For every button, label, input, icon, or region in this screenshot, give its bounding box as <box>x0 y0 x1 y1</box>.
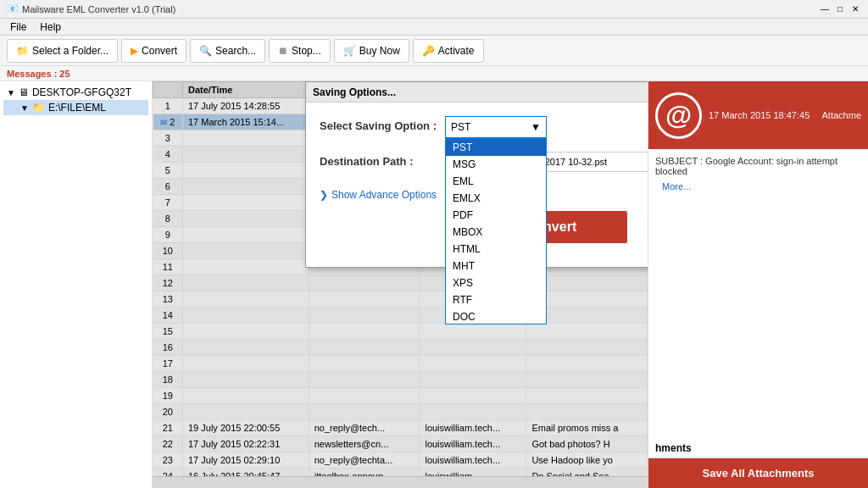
dropdown-option[interactable]: XPS <box>446 274 546 291</box>
dropdown-option[interactable]: EML <box>446 173 546 190</box>
attachments-header-label: Attachme <box>822 110 861 120</box>
menu-help[interactable]: Help <box>33 19 68 35</box>
more-link[interactable]: More... <box>655 180 861 193</box>
stop-button[interactable]: ⏹ Stop... <box>269 39 331 63</box>
close-button[interactable] <box>849 3 861 15</box>
app-icon: 📧 <box>7 3 19 14</box>
dropdown-option[interactable]: RTF <box>446 291 546 308</box>
dropdown-option[interactable]: MBOX <box>446 224 546 241</box>
minimize-button[interactable] <box>819 3 831 15</box>
expand-icon: ▼ <box>7 88 15 97</box>
format-select-wrapper: PST ▼ PSTMSGEMLEMLXPDFMBOXHTMLMHTXPSRTFD… <box>445 116 547 138</box>
play-icon: ▶ <box>131 45 138 57</box>
dropdown-chevron-icon: ▼ <box>531 121 541 133</box>
saving-options-dialog: Saving Options... ✕ Select Saving Option… <box>305 81 648 268</box>
attachments-section-label: hments <box>648 439 868 458</box>
toolbar: 📁 Select a Folder... ▶ Convert 🔍 Search.… <box>0 36 868 66</box>
convert-toolbar-button[interactable]: ▶ Convert <box>121 39 186 63</box>
dropdown-option[interactable]: PST <box>446 139 546 156</box>
expand-icon-eml: ▼ <box>20 103 29 113</box>
buy-now-button[interactable]: 🛒 Buy Now <box>334 39 409 63</box>
folder-icon-eml: 📁 <box>32 102 45 114</box>
title-bar-left: 📧 Mailsware EML Converter v1.0 (Trial) <box>7 3 175 14</box>
stop-icon: ⏹ <box>278 45 288 57</box>
search-button[interactable]: 🔍 Search... <box>190 39 265 63</box>
status-bar: Messages : 25 <box>0 66 868 81</box>
menu-bar: File Help <box>0 19 868 36</box>
messages-count: Messages : 25 <box>7 69 70 79</box>
dropdown-option[interactable]: MSG <box>446 156 546 173</box>
format-select-button[interactable]: PST ▼ <box>445 116 547 138</box>
advance-options-label: Show Advance Options <box>331 189 437 201</box>
at-icon: @ <box>655 92 702 139</box>
dropdown-option[interactable]: HTML <box>446 241 546 258</box>
format-dropdown-list[interactable]: PSTMSGEMLEMLXPDFMBOXHTMLMHTXPSRTFDOCOffi… <box>445 138 547 324</box>
sidebar-item-eml[interactable]: ▼ 📁 E:\FILE\EML <box>3 100 148 115</box>
content-area: Date/Time From To Subject 117 July 2015 … <box>153 81 648 488</box>
dropdown-option[interactable]: DOC <box>446 308 546 324</box>
right-panel: @ 17 March 2015 18:47:45 Attachme SUBJEC… <box>648 81 868 488</box>
dialog-body: Select Saving Option : PST ▼ PSTMSGEMLEM… <box>306 103 648 267</box>
sidebar-item-desktop[interactable]: ▼ 🖥 DESKTOP-GFGQ32T <box>3 85 148 100</box>
dropdown-option[interactable]: MHT <box>446 258 546 274</box>
sidebar: ▼ 🖥 DESKTOP-GFGQ32T ▼ 📁 E:\FILE\EML <box>0 81 153 488</box>
title-bar-controls[interactable] <box>819 3 861 15</box>
cart-icon: 🛒 <box>343 45 356 57</box>
search-icon: 🔍 <box>199 45 212 57</box>
selected-format-label: PST <box>451 121 470 133</box>
chevron-down-icon: ❯ <box>320 189 328 201</box>
dest-path-label: Destination Path : <box>320 152 438 168</box>
select-folder-button[interactable]: 📁 Select a Folder... <box>7 39 118 63</box>
email-subject: SUBJECT : Google Account: sign-in attemp… <box>655 156 861 176</box>
main-area: ▼ 🖥 DESKTOP-GFGQ32T ▼ 📁 E:\FILE\EML Date… <box>0 81 868 488</box>
computer-icon: 🖥 <box>19 86 29 98</box>
dropdown-option[interactable]: EMLX <box>446 190 546 207</box>
dialog-title: Saving Options... <box>313 86 396 98</box>
dialog-title-bar: Saving Options... ✕ <box>306 82 648 103</box>
folder-icon: 📁 <box>16 45 29 57</box>
dropdown-option[interactable]: PDF <box>446 207 546 224</box>
title-bar: 📧 Mailsware EML Converter v1.0 (Trial) <box>0 0 868 19</box>
select-saving-option-row: Select Saving Option : PST ▼ PSTMSGEMLEM… <box>320 116 648 138</box>
key-icon: 🔑 <box>422 45 435 57</box>
select-saving-label: Select Saving Option : <box>320 116 438 132</box>
save-all-attachments-button[interactable]: Save All Attachments <box>648 458 868 488</box>
right-panel-body: SUBJECT : Google Account: sign-in attemp… <box>648 149 868 439</box>
activate-button[interactable]: 🔑 Activate <box>413 39 484 63</box>
menu-file[interactable]: File <box>3 19 33 35</box>
right-panel-header: @ 17 March 2015 18:47:45 Attachme <box>648 81 868 149</box>
maximize-button[interactable] <box>834 3 846 15</box>
email-date: 17 March 2015 18:47:45 <box>709 110 815 120</box>
app-title: Mailsware EML Converter v1.0 (Trial) <box>22 4 175 14</box>
